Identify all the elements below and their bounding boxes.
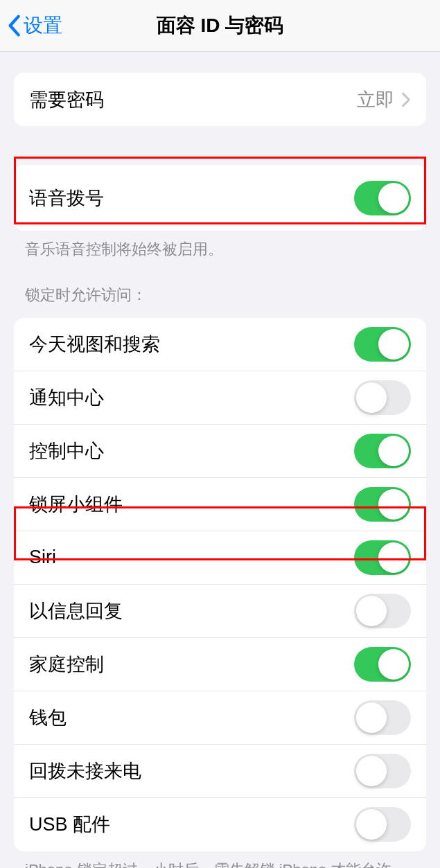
home-control-label: 家庭控制 [29, 652, 104, 677]
voice-dial-row: 语音拨号 [14, 165, 426, 231]
voice-dial-label: 语音拨号 [29, 186, 104, 211]
siri-label: Siri [29, 547, 56, 568]
control-center-toggle[interactable] [354, 434, 411, 468]
lock-widgets-row: 锁屏小组件 [14, 478, 426, 531]
voice-dial-toggle[interactable] [354, 181, 411, 215]
siri-row: Siri [14, 531, 426, 585]
today-view-toggle[interactable] [354, 327, 411, 362]
reply-message-label: 以信息回复 [29, 599, 123, 623]
return-calls-label: 回拨未接来电 [29, 759, 141, 783]
control-center-label: 控制中心 [29, 439, 104, 463]
home-control-toggle[interactable] [354, 647, 411, 682]
today-view-label: 今天视图和搜索 [29, 332, 160, 357]
chevron-left-icon [7, 15, 21, 37]
return-calls-row: 回拨未接来电 [14, 745, 426, 798]
notification-center-toggle[interactable] [354, 380, 411, 415]
reply-message-row: 以信息回复 [14, 585, 426, 638]
home-control-row: 家庭控制 [14, 638, 426, 691]
lock-widgets-label: 锁屏小组件 [29, 492, 123, 517]
require-passcode-value: 立即 [357, 87, 394, 112]
control-center-row: 控制中心 [14, 425, 426, 478]
require-passcode-row[interactable]: 需要密码 立即 [14, 73, 426, 126]
back-label: 设置 [24, 12, 62, 39]
page-title: 面容 ID 与密码 [0, 12, 440, 39]
require-passcode-label: 需要密码 [29, 87, 104, 112]
wallet-label: 钱包 [29, 705, 67, 730]
navigation-header: 设置 面容 ID 与密码 [0, 0, 440, 52]
usb-accessories-label: USB 配件 [29, 812, 110, 837]
toggle-knob [378, 183, 409, 213]
wallet-row: 钱包 [14, 691, 426, 745]
lock-access-footer: iPhone 锁定超过一小时后，需先解锁 iPhone 才能允许 USB 配件连… [0, 851, 440, 868]
lock-access-header: 锁定时允许访问： [0, 260, 440, 308]
siri-toggle[interactable] [354, 540, 411, 575]
lock-widgets-toggle[interactable] [354, 487, 411, 522]
today-view-row: 今天视图和搜索 [14, 318, 426, 371]
usb-accessories-toggle[interactable] [354, 807, 411, 842]
voice-dial-footer: 音乐语音控制将始终被启用。 [0, 231, 440, 260]
require-passcode-group: 需要密码 立即 [14, 73, 426, 126]
lock-access-group: 今天视图和搜索 通知中心 控制中心 锁屏小组件 Siri 以信息回复 家庭控制 [14, 318, 426, 851]
notification-center-label: 通知中心 [29, 385, 104, 410]
voice-dial-group: 语音拨号 [14, 165, 426, 231]
reply-message-toggle[interactable] [354, 594, 411, 628]
notification-center-row: 通知中心 [14, 371, 426, 425]
usb-accessories-row: USB 配件 [14, 798, 426, 851]
wallet-toggle[interactable] [354, 700, 411, 735]
return-calls-toggle[interactable] [354, 754, 411, 788]
back-button[interactable]: 设置 [0, 12, 62, 39]
require-passcode-value-wrap: 立即 [357, 87, 411, 112]
chevron-right-icon [401, 92, 411, 107]
